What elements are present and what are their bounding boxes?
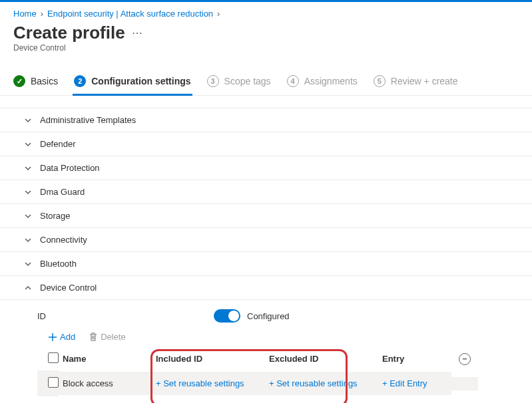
chevron-up-icon	[24, 284, 32, 292]
row-name: Block access	[59, 372, 152, 395]
section-label: Connectivity	[40, 235, 87, 245]
id-label: ID	[37, 311, 46, 321]
tab-basics[interactable]: ✓ Basics	[13, 68, 58, 95]
section-label: Data Protection	[40, 163, 100, 173]
step-number-icon: 4	[287, 75, 299, 87]
col-name: Name	[59, 348, 152, 369]
section-data-protection[interactable]: Data Protection	[0, 156, 532, 180]
chevron-right-icon: ›	[217, 9, 220, 19]
section-label: Administrative Templates	[40, 115, 136, 125]
chevron-down-icon	[24, 236, 32, 244]
delete-button: Delete	[89, 332, 126, 342]
trash-icon	[89, 333, 98, 342]
configured-toggle[interactable]	[214, 309, 240, 323]
plus-icon	[48, 333, 57, 342]
page-subtitle: Device Control	[0, 43, 532, 68]
tab-label: Scope tags	[224, 76, 271, 86]
col-excluded-id: Excluded ID	[265, 348, 378, 369]
add-button[interactable]: Add	[48, 332, 75, 342]
section-administrative-templates[interactable]: Administrative Templates	[0, 108, 532, 132]
delete-label: Delete	[101, 332, 126, 342]
chevron-down-icon	[24, 260, 32, 268]
set-reusable-excluded-button[interactable]: + Set reusable settings	[265, 372, 378, 395]
collapse-columns-button[interactable]: −	[459, 353, 471, 365]
tab-review-create[interactable]: 5 Review + create	[374, 68, 458, 95]
more-actions-button[interactable]: ⋯	[132, 27, 142, 39]
settings-sections: Administrative Templates Defender Data P…	[0, 108, 532, 403]
tab-scope-tags[interactable]: 3 Scope tags	[207, 68, 271, 95]
toggle-knob-icon	[228, 311, 239, 321]
section-dma-guard[interactable]: Dma Guard	[0, 180, 532, 204]
section-label: Dma Guard	[40, 187, 85, 197]
chevron-down-icon	[24, 164, 32, 172]
tab-configuration-settings[interactable]: 2 Configuration settings	[74, 68, 190, 95]
select-all-checkbox[interactable]	[48, 352, 59, 363]
chevron-down-icon	[24, 116, 32, 124]
tab-label: Assignments	[304, 76, 358, 86]
col-included-id: Included ID	[152, 348, 265, 369]
tab-label: Configuration settings	[91, 76, 190, 86]
edit-entry-button[interactable]: + Edit Entry	[378, 372, 451, 395]
section-label: Bluetooth	[40, 259, 77, 269]
section-storage[interactable]: Storage	[0, 204, 532, 228]
configured-label: Configured	[247, 311, 290, 321]
entries-table: Name Included ID Excluded ID Entry − Blo…	[37, 347, 532, 396]
step-number-icon: 2	[74, 75, 86, 87]
tab-label: Basics	[31, 76, 58, 86]
col-entry: Entry	[378, 348, 451, 369]
section-defender[interactable]: Defender	[0, 132, 532, 156]
chevron-right-icon: ›	[41, 9, 43, 19]
check-icon: ✓	[13, 75, 25, 87]
section-device-control[interactable]: Device Control	[0, 276, 532, 300]
section-label: Device Control	[40, 283, 97, 293]
step-number-icon: 5	[374, 75, 386, 87]
section-connectivity[interactable]: Connectivity	[0, 228, 532, 252]
section-label: Defender	[40, 139, 75, 149]
wizard-tabs: ✓ Basics 2 Configuration settings 3 Scop…	[0, 68, 532, 96]
chevron-down-icon	[24, 212, 32, 220]
row-checkbox[interactable]	[48, 377, 59, 388]
step-number-icon: 3	[207, 75, 219, 87]
breadcrumb-parent[interactable]: Endpoint security | Attack surface reduc…	[47, 9, 213, 19]
chevron-down-icon	[24, 188, 32, 196]
chevron-down-icon	[24, 140, 32, 148]
breadcrumb: Home › Endpoint security | Attack surfac…	[0, 2, 532, 21]
page-title: Create profile	[13, 23, 125, 43]
tab-assignments[interactable]: 4 Assignments	[287, 68, 358, 95]
section-label: Storage	[40, 211, 71, 221]
tab-label: Review + create	[391, 76, 458, 86]
section-bluetooth[interactable]: Bluetooth	[0, 252, 532, 276]
add-label: Add	[60, 332, 75, 342]
breadcrumb-home[interactable]: Home	[13, 9, 37, 19]
device-control-body: ID Configured Add Delete	[0, 300, 532, 403]
set-reusable-included-button[interactable]: + Set reusable settings	[152, 372, 265, 395]
